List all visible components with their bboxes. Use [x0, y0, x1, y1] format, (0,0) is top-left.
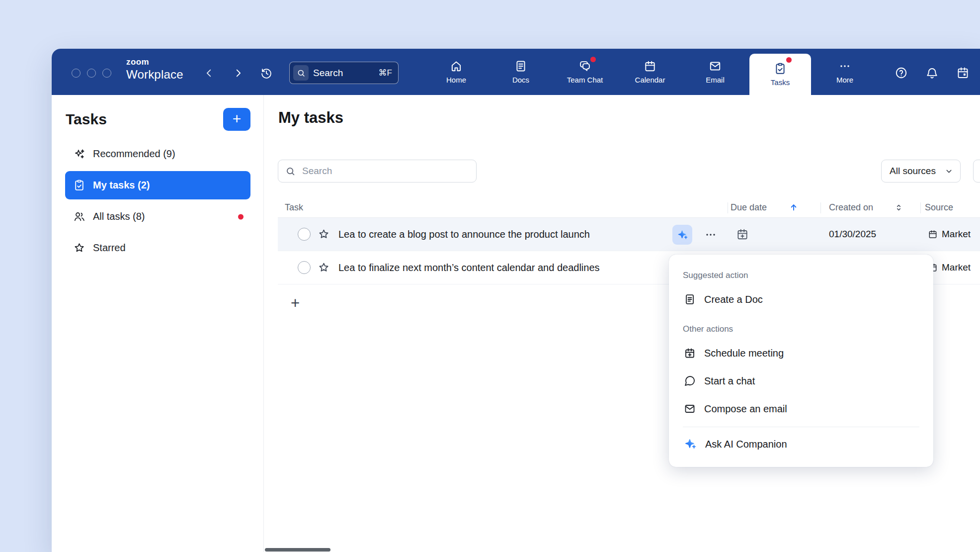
window-zoom-button[interactable]	[102, 69, 111, 78]
global-search[interactable]: Search ⌘F	[289, 62, 399, 84]
sidebar-header: Tasks +	[52, 95, 263, 138]
window-close-button[interactable]	[72, 69, 81, 78]
tab-home[interactable]: Home	[429, 49, 484, 95]
nav-back-button[interactable]	[202, 66, 216, 80]
tab-docs-label: Docs	[512, 76, 529, 84]
ai-companion-button[interactable]	[672, 225, 692, 245]
help-button[interactable]	[894, 65, 908, 80]
users-icon	[73, 210, 85, 223]
new-task-button[interactable]: +	[223, 108, 250, 131]
zoom-workplace-window: zoom Workplace Search ⌘F	[52, 49, 980, 552]
column-header-task[interactable]: Task	[285, 202, 303, 213]
calendar-icon	[928, 229, 938, 239]
top-header: zoom Workplace Search ⌘F	[52, 49, 980, 95]
sources-filter-dropdown[interactable]: All sources	[881, 160, 961, 183]
chat-bubble-icon	[684, 375, 696, 387]
calendar-icon	[644, 60, 656, 73]
task-row[interactable]: Lea to create a blog post to announce th…	[278, 218, 980, 251]
notifications-button[interactable]	[924, 65, 939, 80]
sources-filter-value: All sources	[890, 166, 936, 177]
history-icon	[260, 67, 273, 80]
sidebar-list: Recommended (9) My tasks (2) All tasks (…	[52, 138, 263, 262]
sidebar-item-my-tasks[interactable]: My tasks (2)	[65, 171, 250, 199]
column-header-due-date[interactable]: Due date	[731, 202, 767, 213]
column-header-source[interactable]: Source	[925, 202, 953, 213]
task-title: Lea to finalize next month’s content cal…	[338, 262, 600, 274]
column-divider	[920, 202, 921, 213]
menu-item-compose-email[interactable]: Compose an email	[682, 395, 920, 423]
sidebar-item-label: All tasks (8)	[93, 211, 145, 222]
sort-ascending-icon[interactable]	[789, 202, 799, 212]
task-checkbox[interactable]	[298, 261, 311, 274]
tab-email[interactable]: Email	[688, 49, 742, 95]
sidebar-item-label: My tasks (2)	[93, 180, 150, 191]
nav-forward-button[interactable]	[231, 66, 245, 80]
clipboard-check-icon	[73, 179, 85, 191]
sidebar-item-recommended[interactable]: Recommended (9)	[65, 140, 250, 168]
menu-section-label: Other actions	[682, 319, 920, 339]
star-icon[interactable]	[318, 262, 330, 274]
zoom-workplace-logo: zoom Workplace	[126, 58, 183, 81]
ai-sparkle-icon	[677, 229, 688, 241]
sidebar-item-label: Starred	[93, 242, 126, 254]
calendar-plus-icon	[684, 347, 696, 359]
menu-item-schedule-meeting[interactable]: Schedule meeting	[682, 339, 920, 367]
column-divider	[728, 202, 728, 213]
menu-item-label: Compose an email	[704, 403, 787, 415]
clipped-toolbar-button[interactable]	[973, 160, 980, 183]
global-search-placeholder: Search	[313, 68, 374, 79]
tab-tasks-label: Tasks	[771, 78, 790, 87]
sidebar-item-all-tasks[interactable]: All tasks (8)	[65, 202, 250, 231]
mini-calendar-button[interactable]	[955, 65, 970, 80]
horizontal-scrollbar-thumb[interactable]	[265, 548, 330, 552]
history-button[interactable]	[259, 66, 273, 80]
add-task-button[interactable]: +	[287, 295, 304, 312]
menu-section-label: Suggested action	[682, 266, 920, 285]
menu-item-create-doc[interactable]: Create a Doc	[682, 285, 920, 313]
team-chat-icon	[578, 60, 591, 73]
sidebar-item-label: Recommended (9)	[93, 148, 175, 160]
tab-calendar[interactable]: Calendar	[623, 49, 677, 95]
source-label: Market	[942, 229, 971, 240]
search-shortcut-hint: ⌘F	[379, 68, 392, 78]
search-icon	[293, 65, 309, 81]
task-search-box	[278, 160, 477, 183]
home-icon	[450, 60, 463, 73]
more-actions-button[interactable]	[700, 225, 721, 245]
tab-docs[interactable]: Docs	[493, 49, 548, 95]
tasks-notification-dot	[786, 57, 792, 63]
tab-team-chat-label: Team Chat	[567, 76, 603, 84]
chevron-down-icon	[945, 167, 953, 176]
menu-item-label: Start a chat	[704, 375, 755, 387]
team-chat-notification-dot	[590, 57, 596, 62]
envelope-icon	[684, 403, 696, 415]
sidebar-item-starred[interactable]: Starred	[65, 234, 250, 262]
tab-more[interactable]: More	[817, 49, 872, 95]
tab-tasks-active[interactable]: Tasks	[749, 54, 811, 95]
table-header: Task Due date Created on Source	[278, 199, 980, 218]
page-title: My tasks	[278, 109, 343, 127]
created-on-date: 01/30/2025	[829, 229, 876, 240]
task-search-input[interactable]	[301, 165, 469, 177]
chevron-right-icon	[233, 68, 244, 79]
chevron-left-icon	[204, 68, 215, 79]
sort-toggle-icon[interactable]	[894, 203, 903, 212]
column-header-created-on[interactable]: Created on	[829, 202, 873, 213]
logo-workplace-text: Workplace	[126, 69, 183, 81]
window-minimize-button[interactable]	[87, 69, 96, 78]
menu-divider	[683, 427, 919, 427]
tab-more-label: More	[836, 76, 853, 84]
all-tasks-notification-dot	[238, 214, 244, 219]
star-icon[interactable]	[318, 228, 330, 241]
ai-actions-menu: Suggested action Create a Doc Other acti…	[669, 255, 933, 467]
tab-team-chat[interactable]: Team Chat	[558, 49, 612, 95]
docs-icon	[514, 60, 527, 73]
menu-item-start-chat[interactable]: Start a chat	[682, 367, 920, 395]
desktop: { "colors": { "accent": "#1d6ff2", "head…	[0, 0, 980, 552]
task-checkbox[interactable]	[298, 228, 311, 241]
add-due-date-button[interactable]	[736, 228, 749, 241]
tab-home-label: Home	[446, 76, 466, 84]
sparkles-icon	[73, 148, 85, 160]
mini-calendar-icon	[956, 66, 970, 80]
menu-item-ask-ai-companion[interactable]: Ask AI Companion	[682, 430, 920, 458]
